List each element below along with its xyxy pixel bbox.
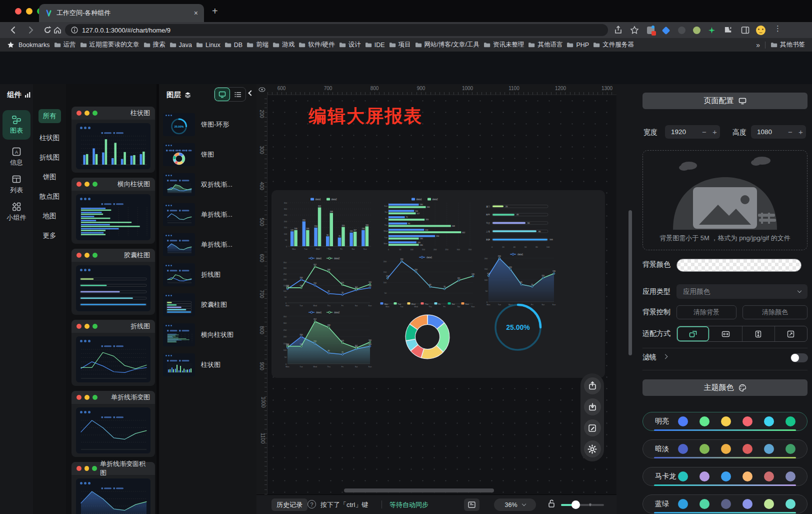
bookmark-item[interactable]: Linux [196, 42, 220, 49]
bookmark-item[interactable]: 近期需要读的文章 [80, 41, 140, 49]
height-stepper[interactable]: 1080 − + [751, 125, 806, 139]
dashboard-title-text[interactable]: 编辑大屏报表 [308, 104, 422, 129]
extension-icon[interactable] [678, 27, 686, 34]
rail-item-0[interactable]: 图表 [2, 110, 30, 140]
component-card[interactable]: 柱状图 [72, 107, 155, 173]
width-plus-button[interactable]: + [710, 128, 720, 136]
height-minus-button[interactable]: − [785, 128, 796, 136]
history-button[interactable]: 历史记录 [272, 498, 308, 511]
fit-stretch-button[interactable] [775, 326, 807, 341]
bookmark-item[interactable]: DB [224, 42, 242, 49]
extension-icon[interactable] [647, 27, 654, 34]
bookmark-item[interactable]: 前端 [246, 41, 268, 49]
side-panel-icon[interactable] [741, 26, 750, 35]
canvas-chart-hbar[interactable]: data1data2050100150200250300350120200153… [380, 196, 475, 252]
canvas-chart-capsule[interactable]: 厦门20南阳40北京60上海80新疆100020406080100 [481, 198, 556, 250]
export-button[interactable] [584, 377, 601, 394]
height-plus-button[interactable]: + [796, 128, 806, 136]
fit-scale-button[interactable] [677, 326, 710, 341]
help-icon[interactable]: ? [308, 500, 316, 508]
collapse-panel-icon[interactable] [248, 90, 254, 96]
traffic-minimize-button[interactable] [26, 8, 32, 15]
bookmark-item[interactable]: 设计 [339, 41, 361, 49]
component-card[interactable]: 单折线渐变面积图 [72, 462, 155, 514]
layer-item[interactable]: 25.00% 饼图-环形 [163, 111, 253, 138]
category-item-5[interactable]: 地图 [33, 212, 66, 221]
fit-height-button[interactable] [742, 326, 775, 341]
canvas-chart-bar[interactable]: data1data2050100150200250300350120200150… [279, 196, 374, 252]
settings-button[interactable] [584, 440, 601, 457]
filter-toggle[interactable] [790, 353, 808, 362]
bookmark-item[interactable]: PHP [566, 42, 589, 49]
width-value[interactable]: 1920 [665, 128, 699, 136]
browser-tab[interactable]: 工作空间-各种组件 × [39, 4, 204, 22]
component-card[interactable]: 折线图 [72, 320, 155, 386]
component-card[interactable]: 单折线渐变图 [72, 391, 155, 457]
profile-avatar[interactable] [756, 26, 766, 35]
edit-button[interactable] [584, 419, 601, 436]
home-icon[interactable] [53, 26, 62, 35]
fit-width-button[interactable] [710, 326, 742, 341]
list-view-button[interactable] [230, 88, 246, 101]
clear-color-button[interactable]: 清除颜色 [742, 305, 808, 319]
theme-color-header[interactable]: 主题颜色 [642, 379, 808, 396]
bookmarks-label[interactable]: Bookmarks [18, 42, 50, 49]
address-bar[interactable]: 127.0.0.1:3000/#/chart/home/9 [65, 24, 608, 36]
bookmark-item[interactable]: 软件/硬件 [298, 41, 334, 49]
component-card[interactable]: 胶囊柱图 [72, 249, 155, 315]
rail-item-3[interactable]: 小组件 [2, 202, 30, 222]
history-panel-button[interactable] [464, 498, 480, 511]
browser-menu-icon[interactable]: ⋮ [774, 24, 782, 33]
rail-item-1[interactable]: A信息 [2, 147, 30, 167]
theme-row-1[interactable]: 暗淡 [642, 439, 808, 458]
canvas-chart-dual-area[interactable]: data1data2050100150200250300350120200150… [279, 309, 374, 369]
category-item-1[interactable]: 柱状图 [33, 134, 66, 143]
other-bookmarks-button[interactable]: 其他书签 [770, 41, 805, 49]
import-button[interactable] [584, 398, 601, 415]
thumbnail-view-button[interactable] [214, 88, 230, 101]
extensions-puzzle-icon[interactable] [724, 26, 732, 35]
background-upload-dropzone[interactable]: 背景图需小于 5M ，格式为 png/jpg/gif 的文件 [642, 150, 808, 250]
filter-expand-icon[interactable] [663, 354, 668, 359]
layer-item[interactable]: 饼图 [163, 141, 253, 168]
bookmarks-overflow-button[interactable]: » [756, 41, 760, 49]
bookmark-item[interactable]: Java [170, 42, 192, 49]
bookmark-item[interactable]: 资讯未整理 [484, 41, 524, 49]
width-minus-button[interactable]: − [699, 128, 710, 136]
extension-icon[interactable] [708, 27, 716, 34]
back-icon[interactable] [9, 26, 18, 35]
tab-close-icon[interactable]: × [194, 9, 198, 17]
layer-item[interactable]: 单折线渐... [163, 231, 253, 258]
canvas-horizontal-scrollbar[interactable] [344, 488, 494, 492]
layer-item[interactable]: 单折线渐... [163, 201, 253, 228]
layer-item[interactable]: 胶囊柱图 [163, 291, 253, 318]
canvas-chart-donut[interactable]: MonTueWedThuFriSatSun [374, 300, 481, 367]
bookmark-item[interactable]: IDE [365, 42, 385, 49]
category-item-6[interactable]: 更多 [33, 231, 66, 240]
new-tab-button[interactable]: + [212, 6, 218, 16]
bookmark-item[interactable]: 运营 [54, 41, 76, 49]
bookmark-item[interactable]: 搜索 [144, 41, 166, 49]
bookmark-item[interactable]: 网站/博客/文章/工具 [415, 41, 480, 49]
zoom-select[interactable]: 36% [494, 498, 536, 511]
category-item-0[interactable]: 所有 [33, 109, 66, 123]
panel-scrollbar[interactable] [628, 210, 632, 355]
lock-open-icon[interactable] [548, 499, 555, 508]
theme-row-3[interactable]: 蓝绿 [642, 494, 808, 513]
canvas-chart-gradient-area[interactable]: data10501001502001202001508070110130MonT… [480, 251, 558, 307]
bookmark-star-icon[interactable] [630, 26, 639, 35]
bookmark-item[interactable]: 其他语言 [528, 41, 562, 49]
width-stepper[interactable]: 1920 − + [665, 125, 720, 139]
bookmark-item[interactable]: 项目 [389, 41, 411, 49]
bookmark-item[interactable]: 文件服务器 [593, 41, 634, 49]
share-icon[interactable] [614, 26, 622, 35]
page-config-header[interactable]: 页面配置 [642, 93, 808, 109]
extension-icon[interactable] [662, 27, 670, 35]
traffic-close-button[interactable] [15, 8, 22, 15]
ruler-corner[interactable] [256, 84, 268, 95]
category-item-2[interactable]: 折线图 [33, 153, 66, 162]
layer-item[interactable]: 双折线渐... [163, 171, 253, 198]
component-card[interactable]: 横向柱状图 [72, 178, 155, 244]
app-type-select[interactable]: 应用颜色 [676, 284, 808, 299]
clear-background-button[interactable]: 清除背景 [676, 305, 736, 319]
